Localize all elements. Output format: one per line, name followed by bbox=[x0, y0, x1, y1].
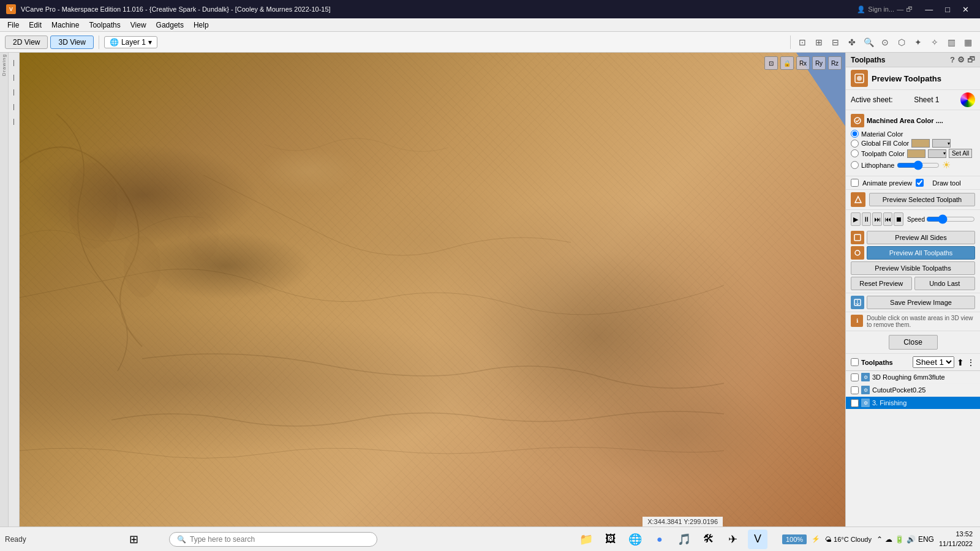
close-button[interactable]: Close bbox=[889, 335, 938, 350]
playback-last-button[interactable]: ⏮ bbox=[883, 212, 893, 226]
toolpaths-all-checkbox[interactable] bbox=[851, 358, 859, 366]
material-color-radio[interactable] bbox=[851, 130, 859, 138]
preview-all-toolpaths-icon bbox=[851, 246, 864, 260]
menu-help[interactable]: Help bbox=[189, 20, 214, 31]
help-icon[interactable]: ? bbox=[950, 55, 955, 64]
layout-button[interactable]: ▦ bbox=[960, 35, 975, 50]
sidebar-icon-3[interactable]: | bbox=[7, 84, 21, 99]
undo-last-button[interactable]: Undo Last bbox=[914, 277, 976, 290]
canvas-ctrl-rotate-x[interactable]: Rx bbox=[796, 56, 810, 70]
menu-edit[interactable]: Edit bbox=[24, 20, 47, 31]
rotate-button[interactable]: ✤ bbox=[845, 35, 859, 50]
preview-header-icon bbox=[851, 70, 868, 87]
taskbar-vcarve[interactable]: V bbox=[748, 530, 767, 549]
tray-arrow[interactable]: ⌃ bbox=[876, 535, 883, 544]
taskbar-photo[interactable]: 🖼 bbox=[601, 530, 620, 549]
toolpath-item-3[interactable]: ⚙ 3. Finishing bbox=[846, 397, 980, 410]
sun-icon: ☀ bbox=[942, 159, 951, 171]
sign-in-label[interactable]: Sign in... bbox=[868, 6, 894, 13]
draw-tool-checkbox[interactable] bbox=[916, 179, 924, 187]
preview-all-sides-button[interactable]: Preview All Sides bbox=[867, 231, 975, 244]
3d-viewport[interactable] bbox=[20, 53, 845, 527]
toolpath-color-dropdown[interactable]: ▾ bbox=[928, 149, 946, 158]
view-options-button[interactable]: ⊙ bbox=[878, 35, 892, 50]
global-fill-radio[interactable] bbox=[851, 140, 859, 148]
sidebar-icon-1[interactable]: | bbox=[7, 55, 21, 70]
playback-stop-button[interactable]: ⏹ bbox=[894, 212, 903, 226]
fit-view-button[interactable]: ⊡ bbox=[795, 35, 810, 50]
toolpath-1-checkbox[interactable] bbox=[851, 373, 859, 381]
preview-all-toolpaths-button[interactable]: Preview All Toolpaths bbox=[867, 246, 975, 260]
global-fill-swatch[interactable] bbox=[911, 139, 930, 148]
zoom-extents-button[interactable]: ⊞ bbox=[812, 35, 826, 50]
menu-view[interactable]: View bbox=[126, 20, 151, 31]
sidebar-icon-4[interactable]: | bbox=[7, 99, 21, 114]
sheet-dropdown[interactable]: Sheet 1 bbox=[913, 356, 954, 368]
grid-button[interactable]: ⊟ bbox=[828, 35, 843, 50]
speed-slider[interactable] bbox=[926, 214, 975, 224]
zoom-button[interactable]: 🔍 bbox=[861, 35, 876, 50]
sidebar-icon-5[interactable]: | bbox=[7, 114, 21, 129]
playback-skip-end-button[interactable]: ⏭ bbox=[872, 212, 882, 226]
preview-toolpaths-title: Preview Toolpaths bbox=[872, 74, 941, 83]
settings-icon[interactable]: ⚙ bbox=[957, 55, 965, 64]
canvas-area[interactable]: ⊡ 🔒 Rx Ry Rz X:344.3841 Y:299.0196 bbox=[20, 53, 845, 527]
main-toolbar: 2D View 3D View 🌐 Layer 1 ▾ ⊡ ⊞ ⊟ ✤ 🔍 ⊙ … bbox=[0, 32, 980, 53]
lithophane-radio[interactable] bbox=[851, 161, 859, 169]
global-fill-row: Global Fill Color ▾ bbox=[851, 139, 975, 148]
animate-preview-checkbox[interactable] bbox=[851, 179, 859, 187]
menu-machine[interactable]: Machine bbox=[47, 20, 84, 31]
taskbar-tool2[interactable]: ✈ bbox=[723, 530, 743, 549]
set-all-button[interactable]: Set All bbox=[949, 149, 972, 158]
playback-pause-button[interactable]: ⏸ bbox=[862, 212, 872, 226]
toolpath-2-checkbox[interactable] bbox=[851, 386, 859, 394]
save-preview-image-button[interactable]: Save Preview Image bbox=[867, 296, 975, 309]
menu-file[interactable]: File bbox=[2, 20, 24, 31]
window-icon[interactable]: 🗗 bbox=[967, 55, 975, 64]
animate-preview-label: Animate preview bbox=[862, 179, 912, 187]
canvas-ctrl-fit[interactable]: ⊡ bbox=[764, 56, 778, 70]
toolpath-item-2[interactable]: ⚙ CutoutPocket0.25 bbox=[846, 384, 980, 397]
maximize-button[interactable]: □ bbox=[940, 4, 955, 15]
canvas-ctrl-rotate-z[interactable]: Rz bbox=[828, 56, 842, 70]
view-3d-button[interactable]: 3D View bbox=[50, 36, 93, 49]
toolpath-item-1[interactable]: ⚙ 3D Roughing 6mm3flute bbox=[846, 371, 980, 384]
lighting-button[interactable]: ✧ bbox=[927, 35, 942, 50]
sign-in-area: 👤 Sign in... — 🗗 bbox=[857, 6, 913, 13]
preview-visible-button[interactable]: Preview Visible Toolpaths bbox=[851, 261, 975, 275]
taskbar-winamp[interactable]: 🎵 bbox=[674, 530, 694, 549]
sheet-color-swatch[interactable] bbox=[960, 92, 975, 107]
sidebar-icon-2[interactable]: | bbox=[7, 70, 21, 84]
isometric-button[interactable]: ▥ bbox=[944, 35, 959, 50]
canvas-ctrl-lock[interactable]: 🔒 bbox=[780, 56, 794, 70]
toolpaths-up-arrow[interactable]: ⬆ bbox=[957, 358, 964, 367]
taskbar-browser[interactable]: 🌐 bbox=[625, 530, 645, 549]
lithophane-slider[interactable] bbox=[897, 162, 940, 168]
material-button[interactable]: ⬡ bbox=[894, 35, 909, 50]
canvas-ctrl-rotate-y[interactable]: Ry bbox=[812, 56, 826, 70]
taskbar-file-explorer[interactable]: 📁 bbox=[576, 530, 596, 549]
taskbar-tool1[interactable]: 🛠 bbox=[699, 530, 718, 549]
shading-button[interactable]: ✦ bbox=[911, 35, 925, 50]
toolpath-color-label: Toolpath Color bbox=[861, 150, 905, 157]
playback-play-button[interactable]: ▶ bbox=[851, 212, 861, 226]
tray-speaker[interactable]: 🔊 bbox=[907, 535, 916, 544]
view-2d-button[interactable]: 2D View bbox=[5, 36, 48, 49]
search-input[interactable] bbox=[190, 535, 369, 544]
toolpath-color-radio[interactable] bbox=[851, 149, 859, 157]
close-window-button[interactable]: ✕ bbox=[957, 4, 974, 15]
global-fill-dropdown[interactable]: ▾ bbox=[932, 139, 951, 148]
menu-gadgets[interactable]: Gadgets bbox=[151, 20, 189, 31]
lithophane-row: Lithophane ☀ bbox=[851, 159, 975, 171]
windows-start-button[interactable]: ⊞ bbox=[123, 528, 145, 550]
layer-selector[interactable]: 🌐 Layer 1 ▾ bbox=[104, 36, 157, 48]
preview-selected-button[interactable]: Preview Selected Toolpath bbox=[869, 193, 975, 206]
toolpath-color-swatch[interactable] bbox=[907, 149, 925, 158]
menu-toolpaths[interactable]: Toolpaths bbox=[84, 20, 125, 31]
reset-preview-button[interactable]: Reset Preview bbox=[851, 277, 912, 290]
taskbar-chrome[interactable]: ● bbox=[650, 530, 669, 549]
toolpaths-more[interactable]: ⋮ bbox=[967, 358, 975, 367]
toolpath-3-checkbox[interactable] bbox=[851, 399, 859, 407]
active-sheet-value: Sheet 1 bbox=[914, 96, 939, 104]
minimize-button[interactable]: — bbox=[920, 4, 938, 15]
